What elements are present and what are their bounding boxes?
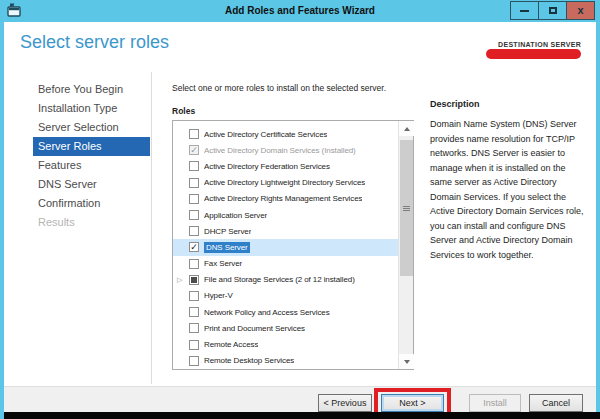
scroll-down-icon bbox=[404, 360, 410, 364]
maximize-button[interactable] bbox=[538, 1, 567, 20]
wizard-window: Add Roles and Features Wizard x Select s… bbox=[0, 0, 600, 419]
roles-list: Active Directory Certificate Services✓Ac… bbox=[173, 121, 398, 369]
checkbox-checked[interactable]: ✓ bbox=[189, 242, 199, 252]
close-icon: x bbox=[577, 5, 583, 16]
role-row-remote-access[interactable]: Remote Access bbox=[173, 336, 398, 352]
role-row-dhcp-server[interactable]: DHCP Server bbox=[173, 223, 398, 239]
role-label: Active Directory Lightweight Directory S… bbox=[204, 178, 365, 187]
role-label: Network Policy and Access Services bbox=[204, 308, 330, 317]
checkbox-unchecked[interactable] bbox=[189, 129, 199, 139]
role-row-active-directory-rights-management-services[interactable]: Active Directory Rights Management Servi… bbox=[173, 191, 398, 207]
window-bottom-shadow bbox=[4, 412, 600, 419]
role-label: Active Directory Rights Management Servi… bbox=[204, 194, 362, 203]
role-label: Active Directory Domain Services (Instal… bbox=[204, 146, 356, 155]
role-label: Active Directory Certificate Services bbox=[204, 130, 327, 139]
install-button: Install bbox=[469, 394, 521, 412]
role-row-active-directory-federation-services[interactable]: Active Directory Federation Services bbox=[173, 158, 398, 174]
page-title: Select server roles bbox=[20, 32, 169, 53]
sidebar-nav: Before You BeginInstallation TypeServer … bbox=[33, 80, 150, 232]
checkbox-unchecked[interactable] bbox=[189, 356, 199, 366]
roles-scrollbar[interactable] bbox=[398, 121, 413, 369]
checkbox-unchecked[interactable] bbox=[189, 291, 199, 301]
scroll-thumb[interactable] bbox=[400, 140, 413, 276]
sidebar-item-results: Results bbox=[33, 213, 150, 232]
role-row-fax-server[interactable]: Fax Server bbox=[173, 256, 398, 272]
destination-server-label: DESTINATION SERVER bbox=[498, 41, 581, 48]
role-label: Fax Server bbox=[204, 259, 242, 268]
role-row-dns-server[interactable]: ✓DNS Server bbox=[173, 239, 398, 255]
role-row-remote-desktop-services[interactable]: Remote Desktop Services bbox=[173, 353, 398, 369]
maximize-icon bbox=[549, 7, 557, 14]
window-controls: x bbox=[511, 1, 595, 20]
role-label: Hyper-V bbox=[204, 291, 233, 300]
checkbox-unchecked[interactable] bbox=[189, 194, 199, 204]
checkbox-unchecked[interactable] bbox=[189, 161, 199, 171]
checkbox-indeterminate[interactable] bbox=[189, 275, 199, 285]
sidebar-item-features[interactable]: Features bbox=[33, 156, 150, 175]
sidebar-item-dns-server[interactable]: DNS Server bbox=[33, 175, 150, 194]
description-title: Description bbox=[430, 99, 480, 109]
role-label: Active Directory Federation Services bbox=[204, 162, 330, 171]
role-label: Remote Desktop Services bbox=[204, 356, 294, 365]
checkbox-unchecked[interactable] bbox=[189, 178, 199, 188]
minimize-button[interactable] bbox=[510, 1, 539, 20]
checkbox-unchecked[interactable] bbox=[189, 226, 199, 236]
cancel-button[interactable]: Cancel bbox=[529, 394, 583, 412]
titlebar[interactable]: Add Roles and Features Wizard x bbox=[0, 0, 600, 22]
role-row-application-server[interactable]: Application Server bbox=[173, 207, 398, 223]
sidebar-item-server-selection[interactable]: Server Selection bbox=[33, 118, 150, 137]
sidebar-item-confirmation[interactable]: Confirmation bbox=[33, 194, 150, 213]
server-name-redaction-bar bbox=[486, 49, 581, 59]
role-label: DNS Server bbox=[204, 242, 250, 253]
sidebar-item-server-roles[interactable]: Server Roles bbox=[33, 137, 150, 156]
role-row-active-directory-lightweight-directory-services[interactable]: Active Directory Lightweight Directory S… bbox=[173, 175, 398, 191]
window-frame-right bbox=[596, 22, 600, 412]
previous-button[interactable]: < Previous bbox=[318, 394, 372, 412]
intro-text: Select one or more roles to install on t… bbox=[172, 83, 386, 93]
checkbox-unchecked[interactable] bbox=[189, 210, 199, 220]
role-row-print-and-document-services[interactable]: Print and Document Services bbox=[173, 320, 398, 336]
role-row-network-policy-and-access-services[interactable]: Network Policy and Access Services bbox=[173, 304, 398, 320]
sidebar-item-installation-type[interactable]: Installation Type bbox=[33, 99, 150, 118]
scroll-down-button[interactable] bbox=[399, 354, 414, 369]
sidebar-divider bbox=[151, 72, 152, 384]
close-button[interactable]: x bbox=[566, 1, 595, 20]
checkbox-unchecked[interactable] bbox=[189, 307, 199, 317]
role-label: DHCP Server bbox=[204, 227, 251, 236]
checkbox-unchecked[interactable] bbox=[189, 259, 199, 269]
role-row-file-and-storage-services-2-of-12-installed[interactable]: ▷File and Storage Services (2 of 12 inst… bbox=[173, 272, 398, 288]
role-label: Print and Document Services bbox=[204, 324, 305, 333]
sidebar-item-before-you-begin[interactable]: Before You Begin bbox=[33, 80, 150, 99]
role-label: Remote Access bbox=[204, 340, 258, 349]
role-row-active-directory-domain-services-installed[interactable]: ✓Active Directory Domain Services (Insta… bbox=[173, 142, 398, 158]
roles-listbox: Active Directory Certificate Services✓Ac… bbox=[172, 120, 414, 370]
minimize-icon bbox=[520, 10, 529, 12]
expander-icon[interactable]: ▷ bbox=[177, 276, 189, 283]
checkbox-unchecked[interactable] bbox=[189, 323, 199, 333]
role-label: File and Storage Services (2 of 12 insta… bbox=[204, 275, 355, 284]
next-button[interactable]: Next > bbox=[381, 394, 444, 412]
checkbox-checked-disabled[interactable]: ✓ bbox=[189, 145, 199, 155]
scroll-up-icon bbox=[404, 127, 410, 131]
role-row-active-directory-certificate-services[interactable]: Active Directory Certificate Services bbox=[173, 126, 398, 142]
scroll-up-button[interactable] bbox=[399, 121, 414, 136]
checkbox-unchecked[interactable] bbox=[189, 340, 199, 350]
role-row-hyper-v[interactable]: Hyper-V bbox=[173, 288, 398, 304]
roles-label: Roles bbox=[172, 106, 195, 116]
window-frame-left bbox=[0, 22, 4, 419]
scroll-grip-icon bbox=[403, 206, 410, 211]
description-body: Domain Name System (DNS) Server provides… bbox=[430, 117, 587, 262]
role-label: Application Server bbox=[204, 211, 267, 220]
